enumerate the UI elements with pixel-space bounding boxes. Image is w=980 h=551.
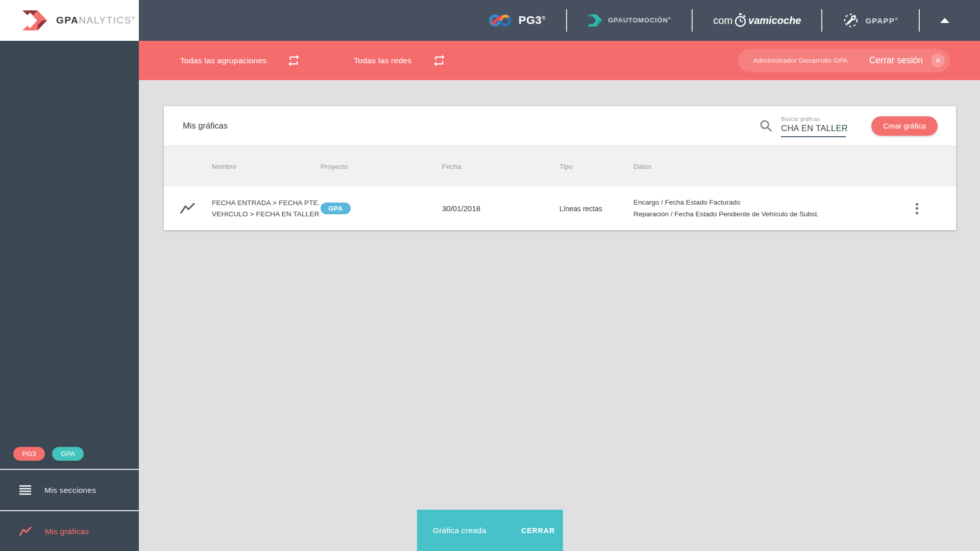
networks-swap-button[interactable] bbox=[432, 54, 446, 67]
pg3-infinity-icon bbox=[488, 13, 512, 28]
charts-card: Mis gráficas Buscar gráficas CHA EN TALL… bbox=[164, 106, 956, 230]
search-input[interactable]: CHA EN TALLER bbox=[781, 123, 846, 137]
user-name-field[interactable]: Administrador Desarrollo GPA bbox=[753, 57, 848, 64]
search-icon bbox=[759, 119, 773, 133]
topbar-divider bbox=[919, 9, 920, 32]
app-gpapp[interactable]: GPAPP® bbox=[843, 12, 898, 29]
repeat-icon bbox=[287, 54, 301, 67]
app-gpapp-label: GPAPP® bbox=[865, 16, 898, 25]
top-app-bar: PG3® GPAUTOMOCIÓN® com vamicoche bbox=[139, 0, 980, 41]
line-chart-icon bbox=[19, 527, 32, 537]
topbar-divider bbox=[821, 9, 822, 32]
table-row[interactable]: FECHA ENTRADA > FECHA PTE. VEHICULO > FE… bbox=[164, 187, 956, 230]
badge-pg3[interactable]: PG3 bbox=[13, 447, 45, 461]
sidebar: GPANALYTICS® PG3 GPA Mis secciones Mis g… bbox=[0, 0, 139, 551]
snackbar: Gráfica creada CERRAR bbox=[417, 510, 563, 551]
badge-gpa[interactable]: GPA bbox=[52, 447, 84, 461]
row-type: Líneas rectas bbox=[559, 205, 633, 213]
search-field-label: Buscar gráficas bbox=[781, 116, 846, 122]
app-gpautomocion-label: GPAUTOMOCIÓN® bbox=[608, 16, 671, 24]
brand-reg: ® bbox=[132, 16, 136, 21]
logout-button[interactable]: Cerrar sesión bbox=[869, 55, 923, 66]
row-name-line1: FECHA ENTRADA > FECHA PTE. bbox=[212, 197, 321, 209]
logout-close-icon[interactable]: ✕ bbox=[931, 54, 945, 67]
comvamicoche-com: com bbox=[713, 15, 732, 27]
row-project-cell: GPA bbox=[321, 203, 442, 214]
topbar-divider bbox=[692, 9, 693, 32]
gpa-chevron-icon bbox=[22, 10, 48, 31]
row-chart-cell bbox=[164, 203, 212, 215]
networks-filter-label[interactable]: Todas las redes bbox=[354, 56, 411, 65]
page-title: Mis gráficas bbox=[183, 121, 228, 131]
row-date: 30/01/2018 bbox=[442, 204, 559, 213]
kebab-dot bbox=[916, 203, 918, 206]
column-datos: Datos bbox=[633, 163, 895, 170]
column-tipo: Tipo bbox=[559, 163, 633, 170]
main-content: Mis gráficas Buscar gráficas CHA EN TALL… bbox=[139, 80, 980, 551]
app-pg3-label: PG3® bbox=[519, 14, 546, 27]
filter-bar: Todas las agrupaciones Todas las redes A… bbox=[139, 41, 980, 80]
row-data-line1: Encargo / Fecha Estado Facturado bbox=[633, 197, 895, 208]
column-proyecto: Proyecto bbox=[321, 163, 442, 170]
app-gpautomocion[interactable]: GPAUTOMOCIÓN® bbox=[587, 14, 671, 27]
brand-wordmark: GPANALYTICS® bbox=[56, 15, 136, 26]
snackbar-close-button[interactable]: CERRAR bbox=[521, 527, 555, 535]
snackbar-message: Gráfica creada bbox=[433, 526, 486, 535]
row-more-menu-button[interactable] bbox=[909, 200, 924, 217]
user-session-pill: Administrador Desarrollo GPA Cerrar sesi… bbox=[738, 49, 950, 72]
sidebar-item-label: Mis secciones bbox=[44, 486, 96, 495]
app-comvamicoche[interactable]: com vamicoche bbox=[713, 13, 801, 28]
project-badge: GPA bbox=[321, 203, 351, 214]
brand-light: NALYTICS bbox=[79, 15, 132, 26]
row-data-line2: Reparación / Fecha Estado Pendiente de V… bbox=[633, 209, 895, 220]
table-header: Nombre Proyecto Fecha Tipo Datos bbox=[164, 146, 956, 187]
topbar-divider bbox=[566, 9, 567, 32]
line-chart-icon bbox=[180, 203, 195, 215]
row-name-line2: VEHICULO > FECHA EN TALLER bbox=[212, 209, 321, 220]
column-fecha: Fecha bbox=[442, 163, 559, 170]
card-header: Mis gráficas Buscar gráficas CHA EN TALL… bbox=[164, 106, 956, 146]
card-header-actions: Buscar gráficas CHA EN TALLER Crear gráf… bbox=[759, 115, 938, 137]
app-logo: GPANALYTICS® bbox=[0, 0, 139, 41]
repeat-icon bbox=[432, 54, 446, 67]
kebab-dot bbox=[916, 207, 918, 210]
gauge-wrench-icon bbox=[843, 12, 859, 29]
sidebar-item-mis-graficas[interactable]: Mis gráficas bbox=[0, 511, 139, 551]
kebab-dot bbox=[916, 212, 918, 214]
create-chart-button[interactable]: Crear gráfica bbox=[871, 116, 938, 136]
search-input-value: CHA EN TALLER bbox=[781, 123, 848, 133]
app-switcher: PG3® GPAUTOMOCIÓN® com vamicoche bbox=[468, 9, 980, 32]
row-data: Encargo / Fecha Estado Facturado Reparac… bbox=[633, 197, 895, 220]
app-pg3[interactable]: PG3® bbox=[488, 13, 546, 28]
column-nombre: Nombre bbox=[212, 163, 321, 170]
gpautomocion-arrow-icon bbox=[587, 14, 603, 27]
groupings-swap-button[interactable] bbox=[287, 54, 301, 67]
hamburger-menu-icon bbox=[19, 485, 31, 495]
sidebar-item-label: Mis gráficas bbox=[45, 527, 89, 536]
brand-bold: GPA bbox=[56, 15, 79, 26]
row-name: FECHA ENTRADA > FECHA PTE. VEHICULO > FE… bbox=[212, 197, 321, 219]
sidebar-item-mis-secciones[interactable]: Mis secciones bbox=[0, 470, 139, 510]
groupings-filter-label[interactable]: Todas las agrupaciones bbox=[180, 56, 266, 65]
search-field: Buscar gráficas CHA EN TALLER bbox=[781, 116, 846, 137]
stopwatch-icon bbox=[733, 13, 747, 28]
comvamicoche-name: vamicoche bbox=[748, 15, 801, 27]
collapse-up-icon[interactable] bbox=[940, 18, 949, 23]
sidebar-badges: PG3 GPA bbox=[13, 447, 84, 461]
